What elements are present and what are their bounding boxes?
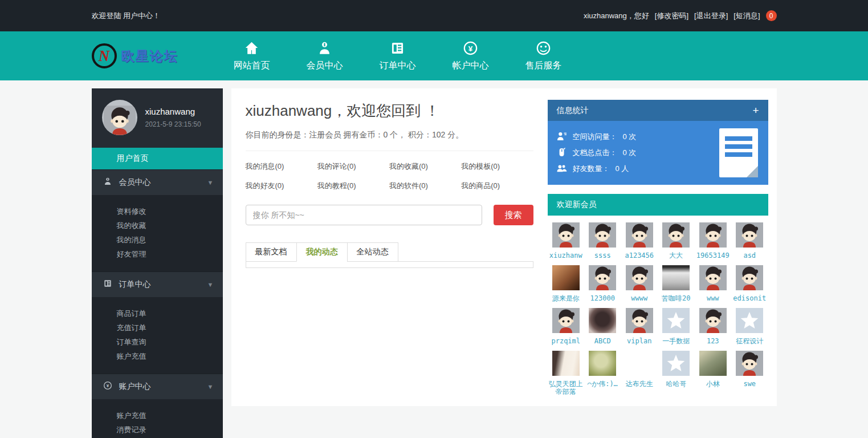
nav-item-1[interactable]: 网站首页 [233,40,271,72]
member-item[interactable]: www [695,265,731,302]
member-item[interactable]: 123000 [585,265,620,302]
message-count-badge[interactable]: 0 [766,10,777,21]
quick-link[interactable]: 我的教程(0) [317,181,389,191]
member-item[interactable]: 19653149 [695,222,731,259]
sidebar-subitem[interactable]: 资料修改 [92,204,223,218]
tab-item[interactable]: 全站动态 [347,242,398,262]
member-item[interactable]: ssss [585,222,620,259]
tab-item[interactable]: 最新文档 [246,242,297,262]
sidebar-section-header[interactable]: ¥ 账户中心 ▼ [92,374,223,399]
member-avatar [736,308,763,333]
sidebar-subitem[interactable]: 账户充值 [92,408,223,423]
quick-link[interactable]: 我的评论(0) [317,161,389,172]
quick-link[interactable]: 我的好友(0) [246,181,317,191]
member-item[interactable]: viplan [622,308,657,345]
sidebar-subitem[interactable]: 我的消息 [92,233,223,247]
sidebar-subitem[interactable]: 商品订单 [92,306,223,321]
sidebar-subitem[interactable]: 充值订单 [92,321,223,335]
sidebar-subitem[interactable]: 好友管理 [92,247,223,261]
member-name: ⌒か伟:)… [588,380,618,388]
stat-value: 0 次 [623,148,637,158]
quick-link[interactable]: 我的模板(0) [461,161,533,172]
member-item[interactable]: ⌒か伟:)… [585,351,620,395]
nav-label: 网站首页 [234,60,270,72]
member-item[interactable]: przqiml [548,308,584,345]
member-name: viplan [627,337,651,345]
member-item[interactable]: a123456 [622,222,657,259]
member-item[interactable]: 一手数据 [658,308,694,345]
search-input[interactable] [246,205,482,225]
identity-line: 你目前的身份是：注册会员 拥有金币：0 个， 积分：102 分。 [246,130,533,151]
member-name: 大大 [669,252,683,259]
quick-link[interactable]: 我的商品(0) [461,181,533,191]
sidebar-subitem[interactable]: 我的收藏 [92,218,223,233]
sidebar-subitem[interactable]: 消费记录 [92,423,223,437]
profile-datetime: 2021-5-9 23:15:50 [145,120,201,128]
orders-icon [103,279,119,290]
sidebar-section-header[interactable]: 订单中心 ▼ [92,272,223,297]
welcome-text: 欢迎登陆 用户中心！ [92,11,161,21]
chevron-down-icon: ▼ [207,281,214,288]
avatar[interactable] [102,100,137,135]
sidebar-subitem[interactable]: 账户充值 [92,349,223,363]
plus-icon[interactable]: + [752,105,759,116]
nav-item-5[interactable]: 售后服务 [524,40,563,72]
logout-link[interactable]: [退出登录] [694,11,728,21]
member-name: 哈哈哥 [666,380,686,388]
member-item[interactable]: 123 [695,308,731,345]
member-name: 苦咖啡20 [662,294,690,302]
feed-content-empty [246,261,533,268]
topbar: 欢迎登陆 用户中心！ xiuzhanwang，您好 [修改密码] [退出登录] … [0,0,868,31]
member-avatar [626,222,653,248]
member-name: 123 [707,337,719,345]
stats-title: 信息统计 [557,106,589,116]
member-avatar [626,308,653,333]
nav-item-2[interactable]: 会员中心 [305,40,344,72]
user-greeting: xiuzhanwang，您好 [584,11,649,21]
site-logo[interactable]: N 欧星论坛 [92,43,178,68]
stat-label: 空间访问量： [573,132,617,142]
section-label: 会员中心 [119,177,207,188]
sidebar-submenu: 商品订单充值订单订单查询账户充值 [92,297,223,374]
search-button[interactable]: 搜索 [494,205,533,225]
svg-text:¥: ¥ [468,44,473,52]
member-item[interactable]: 达布先生 [622,351,657,395]
tab-active[interactable]: 我的动态 [296,242,348,262]
messages-link[interactable]: [短消息] [733,11,760,21]
quick-link[interactable]: 我的消息(0) [246,161,317,172]
member-item[interactable]: wwww [622,265,657,302]
sidebar-item-user-home[interactable]: 用户首页 [92,148,223,169]
quick-link[interactable]: 我的收藏(0) [389,161,461,172]
member-name: 源来是你 [552,294,580,302]
nav-item-4[interactable]: ¥ 帐户中心 [451,40,490,72]
nav-label: 会员中心 [307,60,343,72]
member-name: przqiml [551,337,580,345]
member-item[interactable]: 源来是你 [548,265,584,302]
member-item[interactable]: ABCD [585,308,620,345]
member-item[interactable]: xiuzhanw [548,222,584,259]
member-avatar [589,351,616,376]
sidebar-section-header[interactable]: 会员中心 ▼ [92,170,223,195]
member-name: wwww [631,294,647,302]
member-item[interactable]: 征程设计 [732,308,767,345]
profile-username: xiuzhanwang [145,107,201,116]
member-item[interactable]: 弘灵天团上帝部落 [548,351,584,395]
orders-icon [390,40,405,56]
member-avatar [662,308,690,333]
member-item[interactable]: asd [732,222,767,259]
member-item[interactable]: 大大 [658,222,694,259]
section-label: 账户中心 [119,382,207,392]
quick-link[interactable]: 我的软件(0) [389,181,461,191]
member-item[interactable]: 小林 [695,351,731,395]
member-item[interactable]: 哈哈哥 [658,351,694,395]
sidebar-subitem[interactable]: 订单查询 [92,335,223,349]
change-password-link[interactable]: [修改密码] [655,11,688,21]
member-name: a123456 [625,252,654,259]
chevron-down-icon: ▼ [207,383,214,390]
member-item[interactable]: edisonit [732,265,767,302]
member-item[interactable]: 苦咖啡20 [658,265,694,302]
main-panel: xiuzhanwang，欢迎您回到 ！ 你目前的身份是：注册会员 拥有金币：0 … [231,88,777,406]
new-members-header: 欢迎新会员 [548,194,768,216]
nav-item-3[interactable]: 订单中心 [378,40,417,72]
member-item[interactable]: swe [732,351,767,395]
